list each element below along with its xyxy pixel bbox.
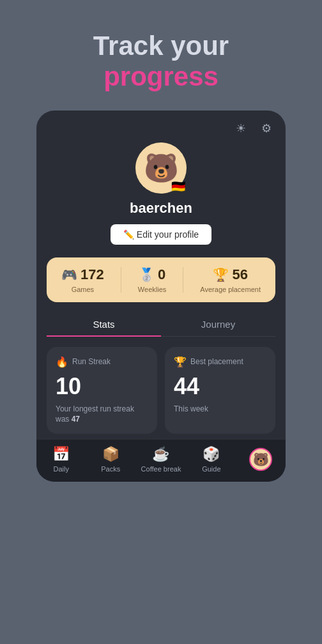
weeklies-emoji: 🥈 [139, 267, 155, 282]
stats-bar: 🎮 172 Games 🥈 0 Weeklies 🏆 56 Average pl… [47, 257, 275, 302]
edit-profile-button[interactable]: ✏️ Edit your profile [111, 224, 211, 245]
app-card: ☀ ⚙ 🐻 🇩🇪 baerchen ✏️ Edit your profile 🎮… [36, 111, 286, 482]
packs-icon: 📦 [102, 446, 119, 463]
daily-icon: 📅 [52, 446, 70, 463]
run-streak-card: 🔥 Run Streak 10 Your longest run streak … [47, 347, 157, 434]
placement-label: Average placement [200, 286, 261, 293]
settings-icon[interactable]: ⚙ [257, 119, 275, 137]
weeklies-label: Weeklies [138, 286, 166, 293]
daily-label: Daily [53, 465, 68, 473]
placement-value: 56 [232, 266, 247, 283]
best-placement-label: 🏆 Best placement [174, 356, 266, 368]
bear-emoji: 🐻 [144, 154, 179, 182]
flag-badge: 🇩🇪 [171, 181, 185, 192]
brightness-icon[interactable]: ☀ [232, 119, 250, 137]
best-placement-emoji: 🏆 [174, 356, 187, 368]
guide-icon: 🎲 [203, 446, 220, 463]
best-placement-subtext: This week [174, 404, 266, 415]
coffee-label: Coffee break [141, 465, 181, 473]
nav-packs[interactable]: 📦 Packs [91, 446, 130, 473]
stat-cards-grid: 🔥 Run Streak 10 Your longest run streak … [36, 337, 286, 442]
stat-divider-2 [183, 267, 183, 293]
nav-profile[interactable]: 🐻 [241, 448, 280, 471]
nav-coffee-break[interactable]: ☕ Coffee break [141, 446, 181, 473]
placement-emoji: 🏆 [213, 267, 229, 282]
hero-section: Track your progress [0, 0, 322, 111]
weeklies-value: 0 [158, 266, 165, 283]
tab-stats[interactable]: Stats [47, 312, 161, 336]
nav-avatar: 🐻 [249, 448, 272, 471]
nav-guide[interactable]: 🎲 Guide [192, 446, 231, 473]
games-value: 172 [80, 266, 104, 283]
hero-title-white: Track your [13, 31, 309, 61]
run-streak-emoji: 🔥 [56, 356, 68, 368]
profile-section: 🐻 🇩🇪 baerchen ✏️ Edit your profile [36, 137, 286, 257]
stat-divider-1 [121, 267, 121, 293]
stat-games: 🎮 172 Games [61, 266, 104, 293]
nav-bear-emoji: 🐻 [253, 452, 269, 467]
card-header: ☀ ⚙ [36, 111, 286, 137]
bottom-nav: 📅 Daily 📦 Packs ☕ Coffee break 🎲 Guide 🐻 [36, 439, 286, 482]
nav-daily[interactable]: 📅 Daily [42, 446, 80, 473]
hero-title-pink: progress [13, 61, 309, 92]
tabs-section: Stats Journey [47, 312, 275, 337]
best-placement-card: 🏆 Best placement 44 This week [165, 347, 275, 434]
coffee-icon: ☕ [152, 446, 169, 463]
run-streak-label: 🔥 Run Streak [56, 356, 148, 368]
stat-weeklies: 🥈 0 Weeklies [138, 266, 166, 293]
packs-label: Packs [101, 465, 120, 473]
avatar: 🐻 🇩🇪 [135, 142, 187, 194]
guide-label: Guide [202, 465, 220, 473]
stat-placement: 🏆 56 Average placement [200, 266, 261, 293]
games-label: Games [72, 286, 94, 293]
username: baerchen [130, 200, 192, 217]
tab-journey[interactable]: Journey [161, 312, 275, 336]
best-placement-value: 44 [174, 373, 266, 400]
games-emoji: 🎮 [61, 267, 77, 282]
run-streak-value: 10 [56, 373, 148, 400]
run-streak-subtext: Your longest run streak was 47 [56, 404, 148, 425]
